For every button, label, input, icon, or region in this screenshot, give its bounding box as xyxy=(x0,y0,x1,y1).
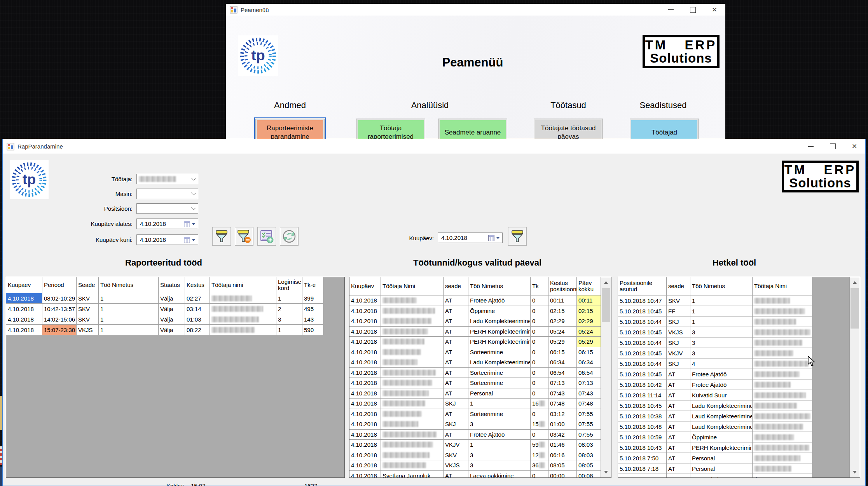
cell-tk[interactable]: 0 xyxy=(531,306,548,316)
cell-too[interactable]: 1 xyxy=(99,293,159,304)
cell-too[interactable]: 1 xyxy=(99,325,159,335)
cell-too[interactable]: 1 xyxy=(690,295,753,306)
cell-asutud[interactable]: 5.10.2018 10:44 xyxy=(618,358,667,369)
cell-tk[interactable]: 15 xyxy=(531,419,548,430)
cell-seade[interactable]: SKJ xyxy=(667,316,690,327)
chevron-down-icon[interactable] xyxy=(192,223,196,225)
column-header[interactable]: Positsioonile asutud xyxy=(618,277,667,295)
cell-paev[interactable]: 06:34 xyxy=(577,357,601,368)
cell-too[interactable]: PERH Komplekteerimine xyxy=(468,327,531,337)
cell-kestus[interactable]: 07:48 xyxy=(548,399,577,409)
cell-nimi[interactable] xyxy=(381,357,444,368)
cell-kestus[interactable]: 01:03 xyxy=(185,314,210,325)
column-header[interactable]: Kuupäev xyxy=(349,277,381,295)
cell-nimi[interactable] xyxy=(381,368,444,378)
cell-tk[interactable]: 0 xyxy=(531,368,548,378)
cell-nimi[interactable] xyxy=(381,378,444,388)
cell-logimise[interactable]: 1 xyxy=(276,293,302,304)
cell-seade[interactable]: AT xyxy=(667,463,690,474)
column-header[interactable]: Kuupaev xyxy=(6,277,42,293)
cell-nimi[interactable] xyxy=(381,327,444,337)
cell-tk[interactable]: 12 xyxy=(531,450,548,461)
cell-too[interactable]: Sorteerimine xyxy=(690,474,753,478)
calendar-icon[interactable] xyxy=(184,237,190,243)
cell-asutud[interactable]: 5.10.2018 10:48 xyxy=(618,421,667,432)
cell-logimise[interactable]: 2 xyxy=(276,304,302,314)
cell-too[interactable]: 3 xyxy=(690,327,753,337)
cell-seade[interactable]: AT xyxy=(444,378,468,388)
cell-seade[interactable]: AT xyxy=(444,306,468,316)
cell-staatus[interactable]: Välja xyxy=(159,314,185,325)
cell-date[interactable]: 4.10.2018 xyxy=(349,357,381,368)
cell-too[interactable]: Frotee Ajatöö xyxy=(468,430,531,440)
filter-button[interactable] xyxy=(212,227,231,246)
cell-paev[interactable]: 07:13 xyxy=(577,378,601,388)
cell-date[interactable]: 4.10.2018 xyxy=(349,368,381,378)
cell-seade[interactable]: VKJS xyxy=(667,327,690,337)
cell-tk[interactable]: 0 xyxy=(531,295,548,306)
cell-too[interactable]: Ladu Komplekteerimine xyxy=(690,400,753,411)
cell-seade[interactable]: SKJ xyxy=(667,358,690,369)
cell-too[interactable]: 1 xyxy=(690,306,753,316)
cell-nimi[interactable]: Svetlana Jarmoluk xyxy=(381,471,444,478)
cell-kestus[interactable]: 02:29 xyxy=(548,316,577,327)
cell-seade[interactable]: VKJV xyxy=(667,348,690,358)
cell-paev[interactable]: 00:11 xyxy=(577,295,601,306)
cell-paev[interactable]: 05:24 xyxy=(577,327,601,337)
column-header[interactable]: Tk xyxy=(531,277,548,295)
cell-tk[interactable]: 16 xyxy=(531,399,548,409)
cell-staatus[interactable]: Välja xyxy=(159,304,185,314)
calendar-icon[interactable] xyxy=(184,221,190,227)
cell-nimi[interactable] xyxy=(753,390,812,400)
minimize-icon[interactable] xyxy=(800,139,822,154)
cell-too[interactable]: 1 xyxy=(468,440,531,450)
cell-nimi[interactable] xyxy=(210,325,276,335)
cell-nimi[interactable] xyxy=(753,411,812,421)
cell-tke[interactable]: 495 xyxy=(302,304,323,314)
cell-date[interactable]: 4.10.2018 xyxy=(349,306,381,316)
cell-nimi[interactable] xyxy=(753,442,812,453)
cell-seade[interactable]: SKJ xyxy=(444,399,468,409)
cell-nimi[interactable] xyxy=(381,409,444,420)
column-header[interactable]: Tk-e xyxy=(302,277,323,293)
cell-seade[interactable]: SKJ xyxy=(667,337,690,348)
cell-asutud[interactable]: 5.10.2018 10:45 xyxy=(618,369,667,379)
cell-nimi[interactable] xyxy=(381,460,444,471)
cell-nimi[interactable] xyxy=(753,327,812,337)
scroll-up-icon[interactable] xyxy=(850,277,860,288)
cell-asutud[interactable]: 5.10.2018 10:47 xyxy=(618,295,667,306)
column-header[interactable]: Töötaja Nimi xyxy=(381,277,444,295)
column-header[interactable]: Töötaja nimi xyxy=(210,277,276,293)
cell-seade[interactable]: AT xyxy=(444,295,468,306)
cell-nimi[interactable] xyxy=(381,347,444,358)
cell-nimi[interactable] xyxy=(753,295,812,306)
cell-kestus[interactable]: 06:15 xyxy=(548,347,577,358)
cell-paev[interactable]: 02:15 xyxy=(577,306,601,316)
cell-kuupaev[interactable]: 4.10.2018 xyxy=(6,304,42,314)
cell-kestus[interactable]: 02:27 xyxy=(185,293,210,304)
cell-seade[interactable]: SKV xyxy=(77,304,99,314)
cell-too[interactable]: Frotee Ajatöö xyxy=(690,379,753,390)
cell-asutud[interactable]: 5.10.2018 10:44 xyxy=(618,337,667,348)
cell-periood[interactable]: 15:07-23:30 xyxy=(42,325,77,335)
calendar-icon[interactable] xyxy=(488,235,494,241)
column-header[interactable]: Kestus positsioonis xyxy=(548,277,577,295)
cell-nimi[interactable] xyxy=(381,295,444,306)
cell-kuupaev[interactable]: 4.10.2018 xyxy=(6,293,42,304)
cell-asutud[interactable]: 5.10.2018 7:18 xyxy=(618,463,667,474)
cell-kestus[interactable]: 05:29 xyxy=(548,337,577,347)
cell-too[interactable]: Kuivatid Suur xyxy=(690,390,753,400)
cell-nimi[interactable] xyxy=(381,440,444,450)
column-header[interactable]: Kestus xyxy=(185,277,210,293)
cell-too[interactable]: Sorteerimine xyxy=(468,378,531,388)
maximize-icon[interactable] xyxy=(822,139,844,154)
cell-date[interactable]: 4.10.2018 xyxy=(349,450,381,461)
cell-date[interactable]: 4.10.2018 xyxy=(349,337,381,347)
cell-seade[interactable]: SKJ xyxy=(444,419,468,430)
kuupaev-kuni-field[interactable]: 4.10.2018 xyxy=(136,234,198,245)
cell-seade[interactable]: AT xyxy=(444,337,468,347)
cell-kestus[interactable]: 06:34 xyxy=(548,357,577,368)
cell-too[interactable]: 1 xyxy=(99,314,159,325)
refresh-button[interactable] xyxy=(280,227,299,246)
cell-too[interactable]: Sorteerimine xyxy=(468,347,531,358)
